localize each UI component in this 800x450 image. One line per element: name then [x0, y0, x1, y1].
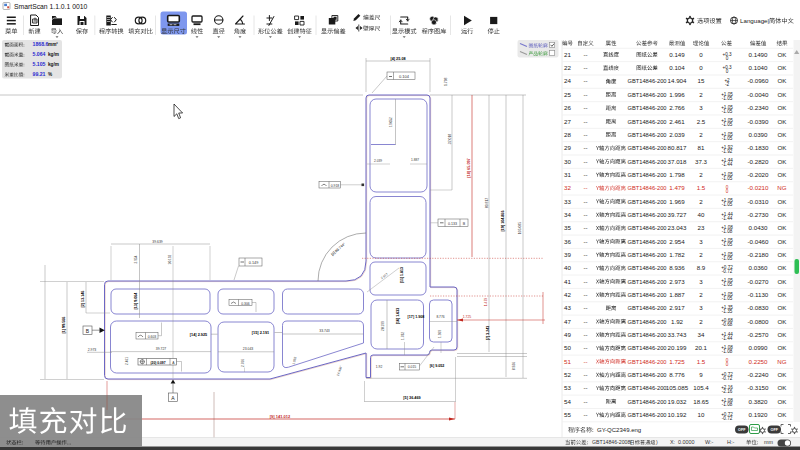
svg-text:[19] 104.866: [19] 104.866 [501, 211, 505, 232]
svg-text:--: -- [583, 131, 587, 138]
svg-text:2: 2 [699, 198, 703, 205]
svg-text:-1.05: -1.05 [722, 202, 733, 207]
svg-text:OK: OK [778, 318, 788, 325]
svg-text:-0.68: -0.68 [722, 322, 733, 327]
svg-text:OK: OK [778, 144, 788, 151]
svg-text:[15] 2.191: [15] 2.191 [252, 331, 269, 335]
svg-text:GBT14846-200: GBT14846-200 [628, 305, 667, 311]
svg-text:OK: OK [778, 264, 788, 271]
svg-text:--: -- [583, 411, 587, 418]
svg-text:-0.0960: -0.0960 [748, 77, 770, 84]
svg-text:-1.92: -1.92 [722, 149, 733, 154]
svg-text:0.015: 0.015 [408, 365, 417, 369]
svg-text:1.887: 1.887 [411, 158, 419, 162]
svg-text:0: 0 [726, 69, 729, 74]
svg-text:37.018: 37.018 [668, 158, 687, 165]
svg-text:0.2250: 0.2250 [749, 358, 768, 365]
svg-text:23.043: 23.043 [243, 347, 253, 351]
svg-text:80.817: 80.817 [485, 198, 489, 208]
svg-text:-1.05: -1.05 [722, 109, 733, 114]
svg-text:-0.0040: -0.0040 [748, 91, 770, 98]
svg-text:W:-: W:- [705, 439, 713, 445]
svg-text:1.798: 1.798 [444, 77, 448, 86]
svg-text:Language|: Language| [740, 17, 770, 24]
svg-text:-1.08: -1.08 [722, 229, 733, 234]
svg-text:GBT14846-200: GBT14846-200 [628, 412, 667, 418]
svg-text:27: 27 [564, 118, 571, 125]
svg-text:34: 34 [698, 331, 705, 338]
svg-text:3: 3 [699, 304, 703, 311]
svg-text:37.018: 37.018 [448, 134, 452, 144]
svg-text:2.766: 2.766 [241, 359, 245, 367]
svg-text:--: -- [583, 51, 587, 58]
svg-text:[1] 99.566: [1] 99.566 [62, 317, 66, 334]
svg-text:-1.44: -1.44 [722, 162, 733, 167]
svg-text:OK: OK [778, 251, 788, 258]
svg-text:1.725: 1.725 [463, 315, 472, 319]
svg-text:-1.35: -1.35 [722, 309, 733, 314]
svg-text:--: -- [583, 118, 587, 125]
svg-text:0: 0 [726, 362, 729, 367]
svg-text:--: -- [583, 371, 587, 378]
svg-text:GBT14846-200: GBT14846-200 [628, 399, 667, 405]
svg-text:): ) [656, 439, 658, 445]
svg-text:80.817: 80.817 [668, 144, 687, 151]
svg-text:1.92: 1.92 [376, 365, 383, 369]
svg-text:31: 31 [564, 171, 571, 178]
svg-text:[6] 9.052: [6] 9.052 [430, 364, 445, 368]
svg-text:-1.05: -1.05 [722, 96, 733, 101]
svg-text:52: 52 [564, 371, 571, 378]
svg-text:47: 47 [564, 318, 571, 325]
svg-text:2.461: 2.461 [125, 357, 129, 365]
svg-text:8.9: 8.9 [697, 264, 706, 271]
svg-text:GBT14846-200: GBT14846-200 [628, 265, 667, 271]
svg-text:GBT14846-200: GBT14846-200 [628, 292, 667, 298]
svg-text:2.766: 2.766 [669, 104, 685, 111]
svg-text:[9] 141.012: [9] 141.012 [270, 414, 291, 419]
svg-text:1.782: 1.782 [401, 332, 405, 340]
svg-text:41: 41 [564, 278, 571, 285]
svg-text:105.085: 105.085 [518, 222, 522, 234]
svg-text:1.479: 1.479 [484, 298, 488, 307]
svg-text:--: -- [583, 291, 587, 298]
svg-text:OK: OK [778, 198, 788, 205]
svg-text:--: -- [583, 211, 587, 218]
svg-text:1.969: 1.969 [669, 198, 685, 205]
svg-text:1.798: 1.798 [669, 171, 685, 178]
svg-text:2: 2 [699, 291, 703, 298]
svg-text:15: 15 [698, 77, 705, 84]
svg-text:43: 43 [564, 304, 571, 311]
svg-text:0.1490: 0.1490 [749, 51, 768, 58]
svg-text:23: 23 [698, 224, 705, 231]
svg-text:OK: OK [778, 344, 788, 351]
svg-text:--: -- [583, 344, 587, 351]
svg-text:GBT14846-200: GBT14846-200 [628, 78, 667, 84]
svg-text:--: -- [583, 64, 587, 71]
svg-text:GY-QC2349.eng: GY-QC2349.eng [597, 427, 641, 433]
svg-text:kg/m: kg/m [48, 62, 59, 67]
svg-text:NG: NG [777, 358, 786, 365]
svg-text:0.306: 0.306 [241, 302, 250, 306]
svg-text:-1.05: -1.05 [722, 136, 733, 141]
svg-text:18.65: 18.65 [693, 398, 709, 405]
svg-text:-0.72: -0.72 [722, 269, 733, 274]
svg-text:[18] 65.097: [18] 65.097 [467, 158, 471, 177]
svg-text:20.1: 20.1 [695, 344, 708, 351]
svg-text:-1.44: -1.44 [722, 216, 733, 221]
svg-text:0.133: 0.133 [448, 222, 457, 226]
svg-text:OK: OK [778, 118, 788, 125]
svg-text:--: -- [583, 104, 587, 111]
svg-text:2.954: 2.954 [134, 255, 138, 263]
svg-text:1.5: 1.5 [697, 358, 706, 365]
svg-text:1.5: 1.5 [697, 184, 706, 191]
svg-text:26: 26 [564, 104, 571, 111]
svg-text:0.3820: 0.3820 [749, 398, 768, 405]
svg-text:OK: OK [778, 238, 788, 245]
svg-text:1.996: 1.996 [669, 91, 685, 98]
svg-text:19.032: 19.032 [668, 398, 687, 405]
svg-text:GBT14846-200: GBT14846-200 [628, 225, 667, 231]
svg-text:20.199: 20.199 [381, 321, 385, 331]
svg-text:[13] 9.064: [13] 9.064 [134, 292, 138, 310]
svg-text:39.727: 39.727 [668, 211, 687, 218]
svg-text:-0.0270: -0.0270 [748, 278, 770, 285]
